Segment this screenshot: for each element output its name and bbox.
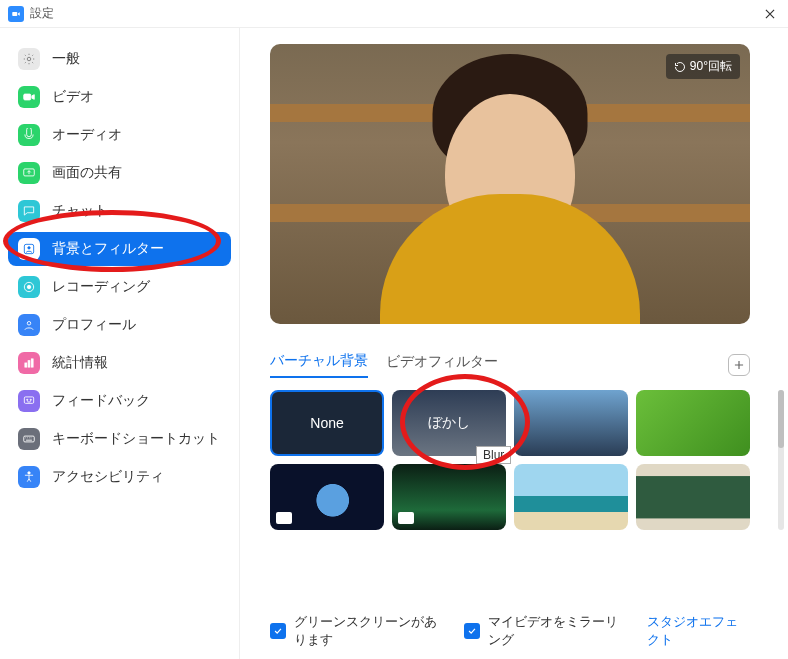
svg-rect-10 (28, 361, 30, 367)
share-icon (18, 162, 40, 184)
accessibility-icon (18, 466, 40, 488)
svg-rect-15 (24, 436, 35, 442)
profile-icon (18, 314, 40, 336)
background-grid: None ぼかし (270, 390, 770, 530)
svg-point-14 (30, 399, 31, 400)
svg-rect-0 (12, 11, 17, 15)
bg-option-earth[interactable] (270, 464, 384, 530)
keyboard-icon (18, 428, 40, 450)
sidebar-item-label: オーディオ (52, 126, 122, 144)
svg-rect-11 (31, 359, 33, 367)
sidebar-item-label: アクセシビリティ (52, 468, 164, 486)
bg-option-grass[interactable] (636, 390, 750, 456)
svg-point-8 (27, 322, 31, 326)
settings-sidebar: 一般ビデオオーディオ画面の共有チャット背景とフィルターレコーディングプロフィール… (0, 28, 239, 659)
sidebar-item-accessibility[interactable]: アクセシビリティ (8, 460, 231, 494)
footer-options: グリーンスクリーンがあります マイビデオをミラーリング スタジオエフェクト (270, 597, 750, 649)
general-icon (18, 48, 40, 70)
bg-option-beach[interactable] (514, 464, 628, 530)
svg-point-13 (27, 399, 28, 400)
sidebar-item-background[interactable]: 背景とフィルター (8, 232, 231, 266)
tab-virtual-background[interactable]: バーチャル背景 (270, 352, 368, 378)
sidebar-item-stats[interactable]: 統計情報 (8, 346, 231, 380)
green-screen-label: グリーンスクリーンがあります (294, 613, 440, 649)
sidebar-item-label: ビデオ (52, 88, 94, 106)
sidebar-item-video[interactable]: ビデオ (8, 80, 231, 114)
window-title: 設定 (30, 5, 54, 22)
tab-video-filter[interactable]: ビデオフィルター (386, 353, 498, 377)
studio-effects-link[interactable]: スタジオエフェクト (647, 613, 750, 649)
checkbox-checked-icon (270, 623, 286, 639)
sidebar-item-label: 統計情報 (52, 354, 108, 372)
mirror-video-checkbox[interactable]: マイビデオをミラーリング (464, 613, 623, 649)
sidebar-item-recording[interactable]: レコーディング (8, 270, 231, 304)
sidebar-item-label: レコーディング (52, 278, 150, 296)
sidebar-item-chat[interactable]: チャット (8, 194, 231, 228)
sidebar-item-label: チャット (52, 202, 108, 220)
bg-none-label: None (310, 415, 343, 431)
titlebar: 設定 (0, 0, 788, 28)
svg-point-7 (27, 285, 31, 289)
main-panel: 90°回転 バーチャル背景 ビデオフィルター None ぼかし (239, 28, 788, 659)
sidebar-item-general[interactable]: 一般 (8, 42, 231, 76)
add-background-button[interactable] (728, 354, 750, 376)
mirror-video-label: マイビデオをミラーリング (488, 613, 623, 649)
sidebar-item-feedback[interactable]: フィードバック (8, 384, 231, 418)
bg-option-golden-gate[interactable] (514, 390, 628, 456)
svg-rect-9 (25, 363, 27, 367)
sidebar-item-audio[interactable]: オーディオ (8, 118, 231, 152)
video-icon (18, 86, 40, 108)
bg-option-none[interactable]: None (270, 390, 384, 456)
bg-tabs: バーチャル背景 ビデオフィルター (270, 352, 750, 378)
sidebar-item-label: 一般 (52, 50, 80, 68)
sidebar-item-label: フィードバック (52, 392, 150, 410)
grid-scrollbar[interactable] (778, 390, 784, 530)
sidebar-item-label: キーボードショートカット (52, 430, 220, 448)
app-icon (8, 6, 24, 22)
bg-blur-label: ぼかし (428, 414, 470, 432)
video-bg-icon (398, 512, 414, 524)
audio-icon (18, 124, 40, 146)
svg-point-16 (28, 472, 30, 474)
svg-point-1 (27, 57, 31, 61)
rotate-label: 90°回転 (690, 58, 732, 75)
video-preview: 90°回転 (270, 44, 750, 324)
rotate-90-button[interactable]: 90°回転 (666, 54, 740, 79)
recording-icon (18, 276, 40, 298)
sidebar-item-keyboard[interactable]: キーボードショートカット (8, 422, 231, 456)
svg-point-5 (28, 247, 30, 249)
chat-icon (18, 200, 40, 222)
svg-rect-2 (24, 94, 31, 100)
stats-icon (18, 352, 40, 374)
feedback-icon (18, 390, 40, 412)
bg-option-chalkboard[interactable] (636, 464, 750, 530)
green-screen-checkbox[interactable]: グリーンスクリーンがあります (270, 613, 440, 649)
sidebar-item-label: プロフィール (52, 316, 136, 334)
video-bg-icon (276, 512, 292, 524)
sidebar-item-share[interactable]: 画面の共有 (8, 156, 231, 190)
blur-tooltip: Blur (476, 446, 511, 464)
background-icon (18, 238, 40, 260)
checkbox-checked-icon (464, 623, 480, 639)
sidebar-item-label: 背景とフィルター (52, 240, 164, 258)
sidebar-item-profile[interactable]: プロフィール (8, 308, 231, 342)
bg-option-aurora[interactable] (392, 464, 506, 530)
close-button[interactable] (760, 4, 780, 24)
sidebar-item-label: 画面の共有 (52, 164, 122, 182)
